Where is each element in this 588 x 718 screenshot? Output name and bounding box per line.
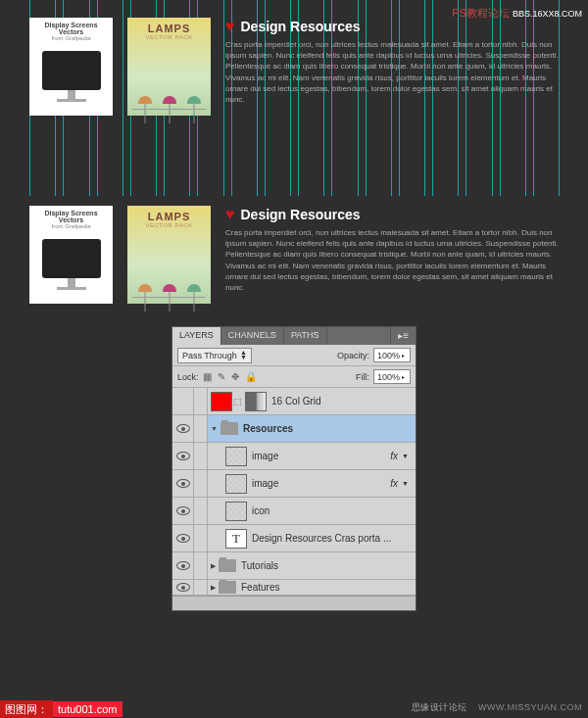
resource-row: Display Screens Vectors from Grafpedia L… (0, 8, 588, 125)
text-layer-icon: T (225, 529, 247, 549)
layer-name: Design Resources Cras porta ... (252, 533, 391, 544)
thumb-title: LAMPS (132, 211, 206, 222)
resource-row: Display Screens Vectors from Grafpedia L… (0, 196, 588, 313)
visibility-toggle[interactable] (172, 415, 194, 442)
design-canvas-plain: Display Screens Vectors from Grafpedia L… (0, 196, 588, 328)
thumb-title: LAMPS (132, 23, 206, 34)
blend-mode-dropdown[interactable]: Pass Through ▲▼ (177, 348, 252, 363)
layer-name: icon (252, 505, 270, 516)
visibility-toggle[interactable] (172, 470, 194, 497)
visibility-toggle[interactable] (172, 525, 194, 551)
eye-icon (176, 506, 190, 515)
tab-paths[interactable]: PATHS (284, 327, 327, 345)
layer-row[interactable]: ⬚ 16 Col Grid (172, 388, 416, 415)
layer-row[interactable]: image fx▼ (172, 470, 416, 498)
layer-mask-thumbnail (245, 392, 267, 411)
collapse-arrow-icon[interactable]: ▶ (211, 584, 216, 592)
layer-name: Resources (243, 423, 293, 434)
thumb-title: Display Screens Vectors (33, 22, 109, 35)
chevron-down-icon[interactable]: ▼ (402, 453, 409, 459)
layer-name: 16 Col Grid (271, 396, 321, 407)
thumbnail-lamps: LAMPS VECTOR PACK (127, 206, 211, 304)
lock-label: Lock: (177, 372, 199, 382)
link-icon: ⬚ (233, 397, 242, 407)
lock-transparent-icon[interactable]: ▦ (203, 371, 212, 382)
resource-title: Design Resources (241, 19, 361, 34)
design-canvas-guides: Display Screens Vectors from Grafpedia L… (0, 0, 588, 196)
layer-group-row[interactable]: ▶ Tutorials (172, 552, 416, 580)
collapse-arrow-icon[interactable]: ▶ (211, 562, 216, 570)
resource-body: Cras porta imperdiet orci, non ultrices … (225, 39, 559, 105)
blend-opacity-row: Pass Through ▲▼ Opacity: 100%▸ (172, 345, 416, 366)
layer-row[interactable]: T Design Resources Cras porta ... (172, 525, 416, 552)
eye-icon (176, 479, 190, 488)
thumb-subtitle: VECTOR PACK (132, 222, 206, 228)
layer-name: image (252, 478, 278, 489)
layer-thumbnail (225, 502, 247, 521)
layer-row[interactable]: icon (172, 498, 416, 525)
collapse-arrow-icon[interactable]: ▼ (211, 425, 218, 432)
fx-label: fx (390, 451, 398, 461)
lock-paint-icon[interactable]: ✎ (218, 371, 225, 382)
folder-icon (220, 422, 238, 435)
layer-thumbnail (225, 474, 247, 494)
layer-thumbnail (211, 392, 232, 411)
lock-fill-row: Lock: ▦ ✎ ✥ 🔒 Fill: 100%▸ (172, 366, 416, 388)
resource-title: Design Resources (241, 207, 361, 222)
layer-name: Tutorials (241, 560, 278, 571)
thumbnail-display-screens: Display Screens Vectors from Grafpedia (29, 18, 113, 116)
lock-position-icon[interactable]: ✥ (231, 371, 239, 382)
layer-name: image (252, 451, 278, 461)
resource-text-block: ♥ Design Resources Cras porta imperdiet … (225, 18, 559, 116)
layer-row[interactable]: image fx▼ (172, 443, 416, 470)
fill-label: Fill: (356, 372, 369, 382)
panel-menu-icon[interactable]: ▸≡ (390, 327, 416, 345)
thumb-subtitle: VECTOR PACK (132, 34, 206, 40)
eye-icon (176, 424, 190, 433)
eye-icon (176, 561, 190, 570)
visibility-toggle[interactable] (172, 443, 194, 469)
watermark-bottom-left: 图图网： tutu001.com (0, 700, 122, 718)
fill-input[interactable]: 100%▸ (373, 369, 411, 384)
resource-text-block: ♥ Design Resources Cras porta imperdiet … (225, 206, 559, 304)
thumbnail-lamps: LAMPS VECTOR PACK (127, 18, 211, 116)
heart-icon: ♥ (225, 206, 235, 223)
opacity-label: Opacity: (337, 351, 369, 360)
opacity-input[interactable]: 100%▸ (373, 348, 411, 362)
eye-icon (176, 452, 190, 460)
watermark-bottom-right: 思缘设计论坛 WWW.MISSYUAN.COM (412, 701, 582, 714)
panel-tabs: LAYERS CHANNELS PATHS ▸≡ (172, 327, 416, 345)
chevron-down-icon[interactable]: ▼ (402, 480, 409, 487)
resource-body: Cras porta imperdiet orci, non ultrices … (225, 227, 559, 293)
layer-thumbnail (225, 447, 247, 466)
eye-icon (176, 534, 190, 543)
monitor-icon (42, 51, 101, 90)
eye-icon (176, 583, 190, 592)
monitor-icon (42, 239, 101, 278)
panel-bottom-bar (172, 596, 416, 610)
visibility-toggle[interactable] (172, 552, 194, 579)
visibility-toggle[interactable] (172, 388, 194, 414)
lock-all-icon[interactable]: 🔒 (245, 371, 257, 382)
layer-group-row[interactable]: ▼ Resources (172, 415, 416, 443)
layers-panel: LAYERS CHANNELS PATHS ▸≡ Pass Through ▲▼… (172, 326, 416, 611)
layer-name: Features (241, 582, 279, 593)
thumb-title: Display Screens Vectors (33, 210, 109, 223)
visibility-toggle[interactable] (172, 498, 194, 524)
thumb-subtitle: from Grafpedia (51, 223, 90, 229)
layers-list: ⬚ 16 Col Grid ▼ Resources image fx▼ (172, 388, 416, 596)
thumbnail-display-screens: Display Screens Vectors from Grafpedia (29, 206, 113, 304)
blend-mode-value: Pass Through (182, 351, 237, 360)
folder-icon (219, 559, 236, 572)
thumb-subtitle: from Grafpedia (51, 35, 90, 41)
dropdown-arrows-icon: ▲▼ (240, 351, 247, 359)
visibility-toggle[interactable] (172, 580, 194, 595)
heart-icon: ♥ (225, 18, 235, 35)
tab-layers[interactable]: LAYERS (172, 327, 221, 345)
folder-icon (219, 581, 236, 594)
layer-group-row[interactable]: ▶ Features (172, 580, 416, 596)
fx-label: fx (390, 478, 398, 489)
watermark-top-right: PS教程论坛 BBS.16XX8.COM (452, 6, 582, 21)
tab-channels[interactable]: CHANNELS (221, 327, 284, 345)
